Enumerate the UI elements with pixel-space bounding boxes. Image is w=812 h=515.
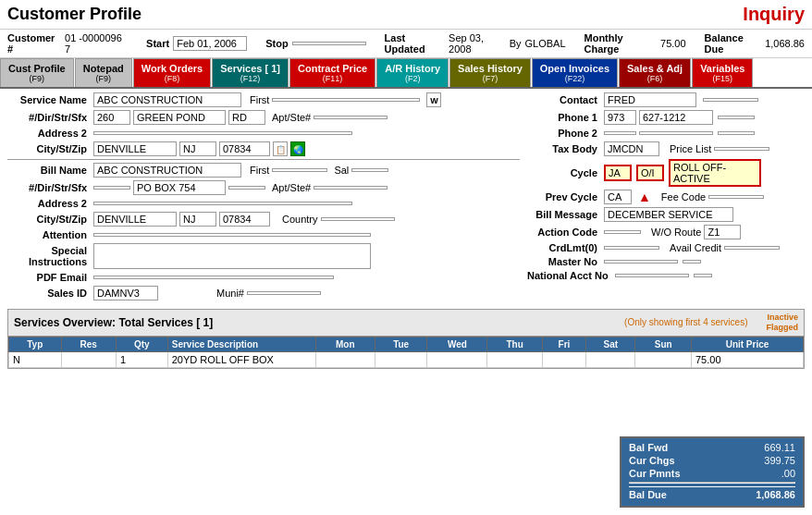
bill-city-value: DENVILLE: [93, 212, 177, 227]
tab-sales-adj[interactable]: Sales & Adj(F6): [619, 58, 691, 87]
by-label: By: [510, 38, 522, 49]
cell-desc: 20YD ROLL OFF BOX: [167, 351, 315, 367]
w-icon[interactable]: W: [426, 92, 441, 107]
cycle-value: JA: [604, 165, 632, 181]
phone2-ext[interactable]: [718, 131, 755, 135]
dir-str-sfx-label: #/Dir/Str/Sfx: [7, 112, 91, 123]
dir-value: 260: [93, 110, 130, 125]
country-label: Country: [282, 214, 318, 225]
phone2-area[interactable]: [604, 131, 636, 135]
cell-price: 75.00: [692, 351, 804, 367]
by-value: GLOBAL: [524, 38, 565, 49]
cur-pmnts-value: .00: [740, 468, 795, 479]
cell-thu: [487, 351, 542, 367]
fee-code-value[interactable]: [708, 195, 764, 199]
phone1-area: 973: [604, 110, 636, 125]
str-value: GREEN POND: [133, 110, 226, 125]
col-mon: Mon: [315, 337, 375, 351]
inquiry-label: Inquiry: [743, 4, 805, 25]
crd-lmt-value[interactable]: [604, 246, 659, 250]
price-list-label: Price List: [670, 143, 711, 154]
country-value[interactable]: [321, 217, 395, 221]
city-value: DENVILLE: [93, 141, 177, 156]
phone1-ext[interactable]: [718, 116, 755, 119]
col-sat: Sat: [586, 337, 635, 351]
master-no-value[interactable]: [604, 260, 678, 264]
attention-label: Attention: [7, 229, 91, 240]
first-label: First: [250, 94, 269, 105]
bal-fwd-value: 669.11: [740, 442, 795, 453]
tab-notepad[interactable]: Notepad(F9): [75, 58, 132, 87]
bill-sfx-value[interactable]: [228, 186, 265, 190]
col-res: Res: [61, 337, 116, 351]
pdf-email-label: PDF Email: [7, 272, 91, 283]
master-no-check[interactable]: [683, 260, 701, 264]
tab-sales-history[interactable]: Sales History(F7): [449, 58, 531, 87]
service-name-value: ABC CONSTRUCTION: [93, 92, 241, 107]
avail-credit-value[interactable]: [724, 246, 780, 250]
phone2-num[interactable]: [639, 131, 713, 135]
phone2-label: Phone 2: [527, 128, 601, 139]
cur-chgs-label: Cur Chgs: [629, 455, 675, 466]
cycle-oi: O/I: [636, 165, 664, 181]
cell-qty: 1: [116, 351, 167, 367]
tab-variables[interactable]: Variables(F15): [692, 58, 753, 87]
services-overview-note: (Only showing first 4 services): [624, 317, 747, 327]
tax-body-label: Tax Body: [527, 143, 601, 154]
price-list-value[interactable]: [714, 147, 769, 151]
pdf-email-value[interactable]: [93, 276, 334, 279]
action-code-label: Action Code: [527, 227, 601, 238]
attention-value[interactable]: [93, 233, 371, 237]
bill-dir-value[interactable]: [93, 186, 130, 190]
arrow-up-icon: ▲: [638, 190, 651, 203]
tab-open-invoices[interactable]: Open Invoices(F22): [532, 58, 618, 87]
bill-sal-label: Sal: [334, 165, 349, 176]
tab-contract-price[interactable]: Contract Price(F11): [289, 58, 375, 87]
tab-services[interactable]: Services [ 1](F12): [212, 58, 289, 87]
bill-first-label: First: [250, 165, 269, 176]
bill-first-value[interactable]: [272, 168, 327, 172]
stop-value: [292, 42, 366, 45]
tab-ar-history[interactable]: A/R History(F2): [376, 58, 449, 87]
bill-po-value: PO BOX 754: [133, 180, 226, 195]
national-acct-check[interactable]: [694, 274, 712, 277]
col-qty: Qty: [116, 337, 167, 351]
wo-route-value: Z1: [704, 225, 741, 239]
col-wed: Wed: [427, 337, 487, 351]
national-acct-value[interactable]: [615, 274, 689, 277]
bill-address2-value[interactable]: [93, 202, 352, 205]
phone1-num: 627-1212: [639, 110, 713, 125]
monthly-charge-value: 75.00: [660, 38, 686, 49]
inactive-flagged-label: InactiveFlagged: [766, 313, 798, 333]
zip-value: 07834: [219, 141, 270, 156]
special-instructions-value[interactable]: [93, 243, 371, 269]
copy-icon[interactable]: 📋: [273, 141, 288, 156]
customer-label: Customer #: [7, 32, 61, 55]
bill-name-value: ABC CONSTRUCTION: [93, 163, 241, 178]
first-value[interactable]: [272, 98, 420, 102]
col-sun: Sun: [635, 337, 692, 351]
prev-cycle-label: Prev Cycle: [527, 191, 601, 202]
tab-cust-profile[interactable]: Cust Profile(F9): [0, 58, 74, 87]
start-value: Feb 01, 2006: [173, 36, 247, 51]
bal-due-value: 1,068.86: [740, 489, 795, 500]
bill-message-value: DECEMBER SERVICE: [604, 207, 733, 222]
crd-lmt-label: CrdLmt(0): [527, 242, 601, 253]
balance-due-value: 1,068.86: [765, 38, 805, 49]
contact-extra[interactable]: [703, 98, 758, 102]
muni-value[interactable]: [247, 291, 321, 295]
bill-address2-label: Address 2: [7, 198, 91, 209]
bill-apt-value[interactable]: [314, 186, 388, 190]
cell-sun: [635, 351, 692, 367]
action-code-value[interactable]: [604, 230, 641, 234]
bill-sal-value[interactable]: [351, 168, 388, 172]
map-icon[interactable]: 🌏: [290, 141, 305, 156]
city-st-zip-label: City/St/Zip: [7, 143, 91, 154]
tax-body-value: JMCDN: [604, 141, 659, 156]
service-name-label: Service Name: [7, 94, 91, 105]
address2-value[interactable]: [93, 131, 352, 135]
cycle-label: Cycle: [527, 167, 601, 178]
cell-mon: [315, 351, 375, 367]
tab-work-orders[interactable]: Work Orders(F8): [133, 58, 211, 87]
apt-value[interactable]: [314, 116, 388, 119]
